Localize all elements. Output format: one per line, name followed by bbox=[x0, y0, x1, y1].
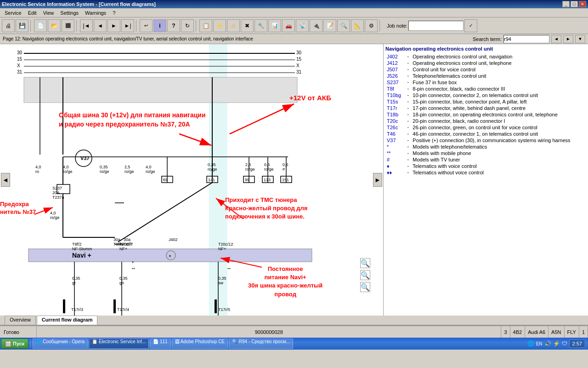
search-options-button[interactable]: ▼ bbox=[575, 35, 585, 43]
tb-job-ok-button[interactable]: ✓ bbox=[464, 19, 477, 32]
tab-overview[interactable]: Overview bbox=[5, 316, 36, 325]
tb-info-button[interactable]: i bbox=[153, 19, 166, 32]
tb-last-button[interactable]: ►| bbox=[121, 19, 134, 32]
taskbar-item-r94[interactable]: 🔍 R94 - Средство просм... bbox=[229, 339, 293, 349]
job-note-input[interactable] bbox=[408, 21, 464, 31]
component-row: J526 - Telephone/telematics control unit bbox=[385, 73, 586, 79]
photoshop-icon: 🖼 bbox=[175, 339, 180, 344]
svg-text:0,35: 0,35 bbox=[72, 276, 80, 281]
component-code: # bbox=[385, 156, 406, 163]
svg-text:30: 30 bbox=[17, 50, 23, 55]
component-description: Telematics with voice control bbox=[411, 163, 586, 169]
search-prev-button[interactable]: ◄ bbox=[551, 35, 561, 43]
close-button[interactable]: ✕ bbox=[579, 1, 586, 7]
svg-text:0,35: 0,35 bbox=[208, 162, 216, 167]
svg-text:NF+: NF+ bbox=[218, 247, 226, 251]
window-controls[interactable]: _ □ ✕ bbox=[562, 1, 586, 7]
svg-text:141: 141 bbox=[208, 178, 215, 182]
component-dash: - bbox=[406, 53, 412, 60]
component-dash: - bbox=[406, 118, 412, 124]
search-label: Search term: bbox=[473, 36, 502, 42]
menu-edit[interactable]: Edit bbox=[25, 9, 40, 17]
tb-btn-t[interactable]: 📝 bbox=[323, 19, 336, 32]
tb-print-button[interactable]: 🖨 bbox=[2, 19, 15, 32]
tb-new-button[interactable]: 📄 bbox=[34, 19, 47, 32]
tb-prev-button[interactable]: ◄ bbox=[94, 19, 107, 32]
tb-btn-y[interactable]: 🔧 bbox=[254, 19, 267, 32]
component-description: Fuse 37 in fuse box bbox=[411, 79, 586, 86]
tb-btn-w[interactable]: 🚗 bbox=[282, 19, 295, 32]
taskbar-separator-1 bbox=[30, 339, 31, 348]
taskbar-item-photoshop[interactable]: 🖼 Adobe Photoshop CE bbox=[172, 339, 228, 349]
svg-rect-74 bbox=[113, 299, 116, 313]
menu-help[interactable]: ? bbox=[110, 9, 118, 17]
svg-text:κ: κ bbox=[169, 253, 171, 258]
svg-text:113: 113 bbox=[264, 178, 271, 182]
tb-btn-u[interactable]: 🔌 bbox=[310, 19, 322, 32]
nav-arrow-left[interactable]: ◄ bbox=[1, 173, 10, 187]
tb-first-button[interactable]: |◄ bbox=[80, 19, 93, 32]
tray-antivirus-icon: 🛡 bbox=[562, 340, 567, 347]
component-description: 17-pin connector, white, behind dash pan… bbox=[411, 105, 586, 111]
component-row: J412 - Operating electronics control uni… bbox=[385, 60, 586, 66]
taskbar-item-111[interactable]: 📄 111 bbox=[150, 339, 170, 349]
tb-circuit-button[interactable]: ⚡ bbox=[213, 19, 226, 32]
nav-arrow-right[interactable]: ► bbox=[373, 173, 382, 187]
start-button[interactable]: 🪟 Пуск bbox=[1, 339, 28, 349]
tb-back-button[interactable]: ↩ bbox=[140, 19, 153, 32]
tb-btn-r[interactable]: 📐 bbox=[351, 19, 364, 32]
component-code: J526 bbox=[385, 73, 406, 79]
start-label: Пуск bbox=[13, 341, 24, 346]
svg-text:4,0: 4,0 bbox=[63, 165, 69, 169]
tb-open-button[interactable]: 📂 bbox=[48, 19, 61, 32]
component-code: T17r bbox=[385, 105, 406, 111]
minimize-button[interactable]: _ bbox=[562, 1, 570, 7]
tb-save-button[interactable]: 💾 bbox=[16, 19, 28, 32]
tab-current-flow-diagram[interactable]: Current flow diagram bbox=[37, 316, 98, 325]
tb-btn-v[interactable]: 📡 bbox=[296, 19, 309, 32]
menu-service[interactable]: Service bbox=[2, 9, 24, 17]
tray-power-icon: ⚡ bbox=[553, 340, 560, 347]
menu-settings[interactable]: Settings bbox=[57, 9, 81, 17]
tb-next-button[interactable]: ► bbox=[107, 19, 120, 32]
component-code: T10bg bbox=[385, 92, 406, 98]
search-input[interactable] bbox=[503, 35, 549, 43]
diagram-area[interactable]: ◄ ► 🔍 🔍 🔍 30 15 X 31 30 15 X 31 bbox=[0, 44, 384, 316]
component-code: ** bbox=[385, 150, 406, 156]
search-next-button[interactable]: ► bbox=[563, 35, 573, 43]
component-row: ♦♦ - Telematics without voice control bbox=[385, 169, 586, 176]
tb-refresh-button[interactable]: ↻ bbox=[181, 19, 194, 32]
tb-warn-button[interactable]: ⚠ bbox=[227, 19, 240, 32]
component-dash: - bbox=[406, 156, 412, 163]
component-description: Control unit for voice control bbox=[411, 66, 586, 73]
status-code: 9000000028 bbox=[37, 326, 501, 338]
component-code: J412 bbox=[385, 60, 406, 66]
component-code: T46 bbox=[385, 131, 406, 137]
tb-btn-z[interactable]: 📊 bbox=[268, 19, 281, 32]
component-dash: - bbox=[406, 144, 412, 150]
taskbar-item-opera[interactable]: 🌐 Сообщения - Opera bbox=[33, 339, 88, 349]
tb-separator-1 bbox=[30, 20, 32, 32]
maximize-button[interactable]: □ bbox=[571, 1, 578, 7]
menu-warnings[interactable]: Warnings bbox=[82, 9, 109, 17]
tb-comp-button[interactable]: 📋 bbox=[199, 19, 212, 32]
svg-text:T20c/12: T20c/12 bbox=[218, 242, 233, 247]
component-code: V37 bbox=[385, 137, 406, 144]
svg-text:X: X bbox=[17, 63, 20, 68]
tb-separator-2 bbox=[76, 20, 78, 32]
component-row: T17r - 17-pin connector, white, behind d… bbox=[385, 105, 586, 111]
tb-btn-s[interactable]: 🔍 bbox=[337, 19, 350, 32]
menu-bar: Service Edit View Settings Warnings ? bbox=[0, 8, 588, 17]
taskbar-item-esis[interactable]: 📋 Electronic Service Inf... bbox=[89, 339, 149, 349]
tray-network-icon: 🌐 bbox=[527, 340, 534, 347]
menu-view[interactable]: View bbox=[40, 9, 57, 17]
tb-btn-3[interactable]: ⬛ bbox=[62, 19, 74, 32]
svg-text:ro/ge: ro/ge bbox=[100, 169, 109, 174]
svg-text:30: 30 bbox=[296, 50, 302, 55]
component-row: ♦ - Telematics with voice control bbox=[385, 163, 586, 169]
tb-help-button[interactable]: ? bbox=[167, 19, 180, 32]
svg-text:ro/ge: ro/ge bbox=[63, 169, 73, 174]
tb-btn-x[interactable]: ✖ bbox=[241, 19, 254, 32]
component-description: Models with TV tuner bbox=[411, 156, 586, 163]
tb-btn-q[interactable]: ⚙ bbox=[365, 19, 378, 32]
